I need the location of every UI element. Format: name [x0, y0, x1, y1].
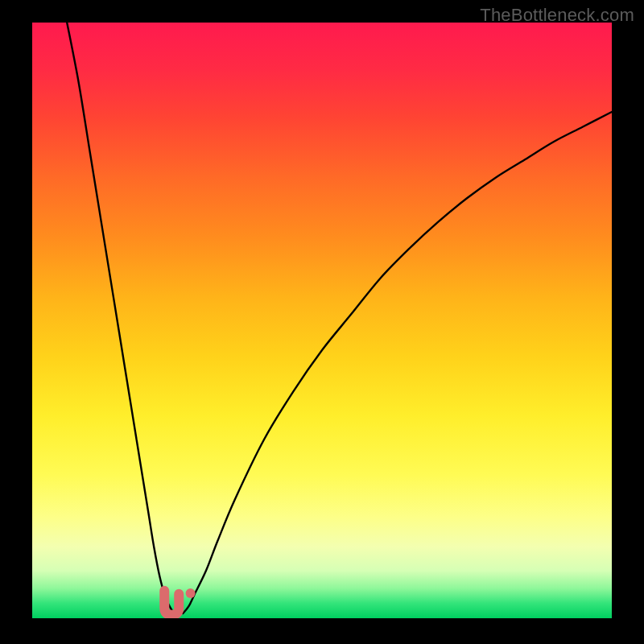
chart-frame: TheBottleneck.com — [0, 0, 644, 644]
right-curve — [183, 112, 612, 613]
plot-area — [32, 23, 612, 618]
minimum-marker-u — [164, 591, 179, 615]
curves-svg — [32, 23, 612, 618]
minimum-marker-dot — [186, 588, 196, 598]
left-curve — [67, 23, 174, 613]
